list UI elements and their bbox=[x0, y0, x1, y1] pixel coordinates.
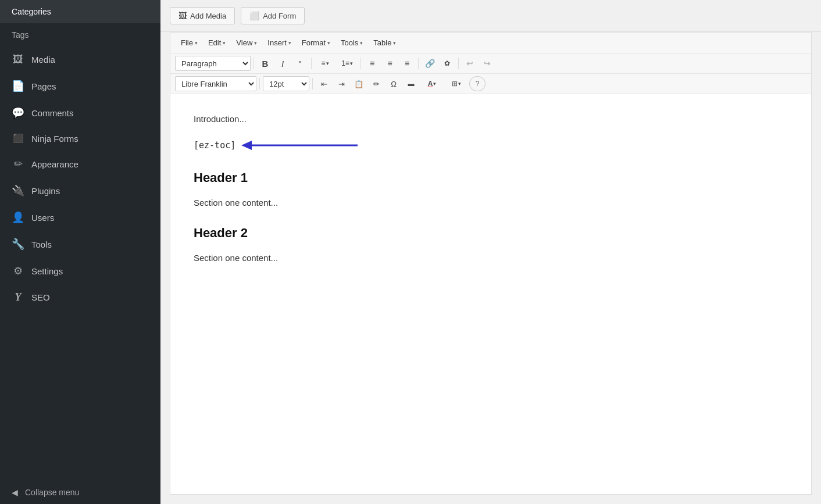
add-media-icon: 🖼 bbox=[179, 11, 187, 20]
add-media-button[interactable]: 🖼 Add Media bbox=[170, 7, 235, 24]
align-center-button[interactable]: ≡ bbox=[381, 56, 398, 71]
size-select[interactable]: 12pt bbox=[263, 76, 309, 91]
hr-button[interactable]: ▬ bbox=[403, 76, 419, 91]
section-2: Header 2 Section one content... bbox=[194, 222, 788, 266]
pages-icon: 📄 bbox=[12, 80, 24, 92]
seo-icon: Y bbox=[12, 291, 24, 303]
sep6 bbox=[259, 78, 260, 90]
table-button[interactable]: ⊞ ▾ bbox=[445, 76, 468, 91]
top-toolbar: 🖼 Add Media ⬜ Add Form bbox=[160, 0, 821, 32]
intro-paragraph: Introduction... bbox=[194, 112, 788, 127]
menu-edit[interactable]: Edit ▾ bbox=[204, 36, 230, 49]
collapse-label: Collapse menu bbox=[25, 488, 79, 497]
omega-button[interactable]: Ω bbox=[385, 76, 402, 91]
format-select[interactable]: Paragraph bbox=[175, 56, 251, 71]
font-select[interactable]: Libre Franklin bbox=[175, 76, 256, 91]
collapse-icon: ◀ bbox=[12, 488, 18, 497]
sidebar-item-ninja-forms[interactable]: ⬛ Ninja Forms bbox=[0, 126, 160, 151]
sidebar-item-users[interactable]: 👤 Users bbox=[0, 204, 160, 231]
menu-insert-label: Insert bbox=[267, 38, 287, 47]
editor-content[interactable]: Introduction... [ez-toc] bbox=[170, 94, 811, 494]
sep2 bbox=[311, 58, 312, 69]
appearance-icon: ✏ bbox=[12, 158, 24, 170]
sep4 bbox=[418, 58, 419, 69]
blockquote-button[interactable]: " bbox=[292, 56, 308, 71]
bold-button[interactable]: B bbox=[257, 56, 273, 71]
users-icon: 👤 bbox=[12, 211, 24, 224]
comments-icon: 💬 bbox=[12, 106, 24, 119]
header-1: Header 1 bbox=[194, 167, 788, 188]
sidebar-item-tools[interactable]: 🔧 Tools bbox=[0, 231, 160, 258]
sep1 bbox=[254, 58, 254, 69]
menu-tools[interactable]: Tools ▾ bbox=[336, 36, 367, 49]
sidebar-item-ninja-forms-label: Ninja Forms bbox=[31, 134, 78, 144]
add-form-label: Add Form bbox=[263, 12, 296, 20]
sidebar-item-tags[interactable]: Tags bbox=[0, 23, 160, 47]
collapse-menu-button[interactable]: ◀ Collapse menu bbox=[0, 481, 160, 504]
sidebar-item-settings[interactable]: ⚙ Settings bbox=[0, 258, 160, 284]
section-1: Header 1 Section one content... bbox=[194, 167, 788, 210]
eraser-button[interactable]: ✏ bbox=[368, 76, 384, 91]
sidebar-item-seo-label: SEO bbox=[31, 292, 50, 302]
shortcode-line: [ez-toc] bbox=[194, 138, 788, 153]
outdent-button[interactable]: ⇤ bbox=[316, 76, 332, 91]
menu-insert-arrow: ▾ bbox=[288, 40, 291, 46]
tinymce-editor: File ▾ Edit ▾ View ▾ Insert ▾ Format ▾ bbox=[170, 32, 812, 495]
menu-view-label: View bbox=[236, 38, 252, 47]
italic-button[interactable]: I bbox=[274, 56, 291, 71]
undo-button[interactable]: ↩ bbox=[462, 56, 478, 71]
sidebar-item-comments-label: Comments bbox=[31, 108, 74, 118]
help-button[interactable]: ? bbox=[469, 76, 486, 91]
menu-bar: File ▾ Edit ▾ View ▾ Insert ▾ Format ▾ bbox=[170, 33, 811, 53]
media-icon: 🖼 bbox=[12, 53, 24, 66]
menu-table[interactable]: Table ▾ bbox=[369, 36, 401, 49]
intro-text: Introduction... bbox=[194, 114, 247, 124]
menu-format-arrow: ▾ bbox=[327, 40, 330, 46]
sidebar-item-seo[interactable]: Y SEO bbox=[0, 284, 160, 310]
sidebar-item-pages[interactable]: 📄 Pages bbox=[0, 73, 160, 99]
shortcode-text: [ez-toc] bbox=[194, 138, 235, 153]
align-left-button[interactable]: ≡ bbox=[364, 56, 380, 71]
sidebar-item-plugins[interactable]: 🔌 Plugins bbox=[0, 177, 160, 204]
text-color-button[interactable]: A ▾ bbox=[420, 76, 444, 91]
sidebar: Categories Tags 🖼 Media 📄 Pages 💬 Commen… bbox=[0, 0, 160, 504]
toolbar-row-2: Libre Franklin 12pt ⇤ ⇥ 📋 ✏ Ω ▬ A ▾ bbox=[170, 74, 811, 94]
sidebar-item-categories[interactable]: Categories bbox=[0, 0, 160, 23]
menu-file-label: File bbox=[181, 38, 193, 47]
menu-file[interactable]: File ▾ bbox=[176, 36, 202, 49]
sidebar-item-media-label: Media bbox=[31, 55, 55, 65]
sidebar-item-plugins-label: Plugins bbox=[31, 186, 60, 196]
sidebar-item-tools-label: Tools bbox=[31, 240, 52, 249]
arrow-svg bbox=[241, 140, 363, 151]
align-right-button[interactable]: ≡ bbox=[399, 56, 415, 71]
tools-icon: 🔧 bbox=[12, 238, 24, 251]
sidebar-item-media[interactable]: 🖼 Media bbox=[0, 47, 160, 73]
sep7 bbox=[312, 78, 313, 90]
ordered-list-button[interactable]: 1≡▾ bbox=[337, 56, 358, 71]
menu-table-label: Table bbox=[373, 38, 391, 47]
sidebar-item-tags-label: Tags bbox=[12, 30, 29, 40]
add-form-button[interactable]: ⬜ Add Form bbox=[241, 7, 305, 24]
menu-format-label: Format bbox=[302, 38, 326, 47]
menu-table-arrow: ▾ bbox=[393, 40, 396, 46]
menu-edit-label: Edit bbox=[208, 38, 221, 47]
sidebar-item-categories-label: Categories bbox=[12, 7, 51, 16]
link-button[interactable]: 🔗 bbox=[422, 56, 438, 71]
indent-button[interactable]: ⇥ bbox=[333, 76, 349, 91]
menu-view[interactable]: View ▾ bbox=[231, 36, 262, 49]
arrow-annotation bbox=[241, 140, 363, 151]
plugins-icon: 🔌 bbox=[12, 184, 24, 197]
sidebar-item-comments[interactable]: 💬 Comments bbox=[0, 99, 160, 126]
sidebar-item-appearance[interactable]: ✏ Appearance bbox=[0, 151, 160, 177]
paste-button[interactable]: 📋 bbox=[351, 76, 367, 91]
menu-format[interactable]: Format ▾ bbox=[297, 36, 335, 49]
ninja-forms-icon: ⬛ bbox=[12, 133, 24, 144]
add-form-icon: ⬜ bbox=[249, 11, 259, 20]
menu-insert[interactable]: Insert ▾ bbox=[263, 36, 296, 49]
special-button[interactable]: ✿ bbox=[439, 56, 455, 71]
redo-button[interactable]: ↪ bbox=[479, 56, 495, 71]
settings-icon: ⚙ bbox=[12, 264, 24, 277]
sidebar-item-users-label: Users bbox=[31, 213, 54, 223]
add-media-label: Add Media bbox=[190, 12, 226, 20]
unordered-list-button[interactable]: ≡▾ bbox=[315, 56, 335, 71]
